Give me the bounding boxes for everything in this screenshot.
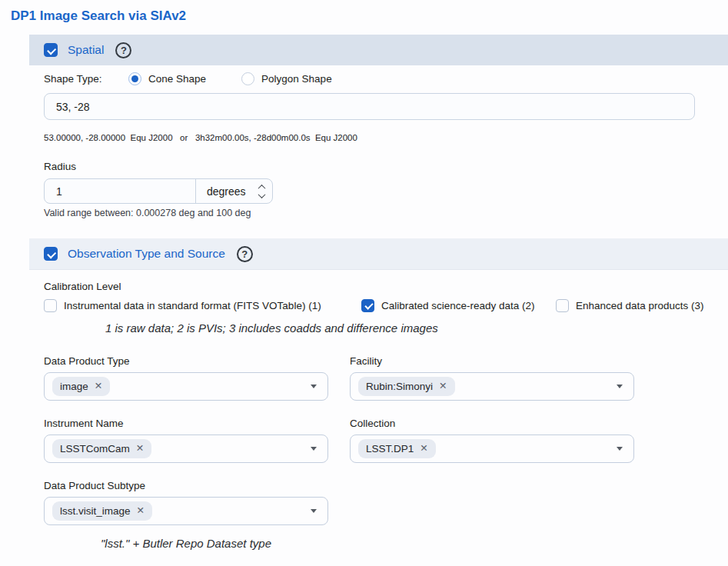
spatial-section-checkbox[interactable]: [44, 43, 58, 57]
chip-remove-icon[interactable]: ✕: [420, 444, 427, 454]
chip-remove-icon[interactable]: ✕: [439, 381, 447, 391]
spatial-section-content: Shape Type: Cone Shape Polygon Shape 53.…: [0, 72, 728, 218]
observation-section-header: Observation Type and Source ?: [29, 238, 728, 270]
chip-text: LSSTComCam: [60, 443, 130, 454]
instrument-name-chip: LSSTComCam ✕: [52, 439, 151, 458]
instrument-name-field: Instrument Name LSSTComCam ✕: [44, 418, 328, 463]
shape-type-row: Shape Type: Cone Shape Polygon Shape: [44, 72, 728, 85]
dropdown-caret-icon[interactable]: [311, 385, 317, 388]
data-product-type-label: Data Product Type: [44, 355, 328, 367]
data-product-subtype-field: Data Product Subtype lsst.visit_image ✕ …: [44, 480, 328, 550]
chip-remove-icon[interactable]: ✕: [136, 444, 144, 454]
data-product-subtype-chip: lsst.visit_image ✕: [52, 501, 152, 521]
chip-text: lsst.visit_image: [60, 505, 131, 517]
chevron-down-icon: [258, 191, 266, 198]
subtype-note: "lsst." + Butler Repo Dataset type: [44, 537, 328, 550]
data-product-subtype-label: Data Product Subtype: [44, 480, 328, 491]
spatial-section-header: Spatial ?: [29, 35, 728, 65]
data-product-subtype-combobox[interactable]: lsst.visit_image ✕: [44, 497, 328, 525]
facility-combobox[interactable]: Rubin:Simonyi ✕: [350, 372, 634, 401]
cone-shape-label: Cone Shape: [148, 73, 206, 85]
dropdown-caret-icon[interactable]: [617, 385, 623, 388]
observation-section-content: Calibration Level Instrumental data in s…: [0, 281, 728, 550]
chip-text: Rubin:Simonyi: [366, 381, 433, 392]
observation-fields-grid: Data Product Type image ✕ Facility Rubin…: [44, 355, 728, 550]
observation-help-icon[interactable]: ?: [237, 246, 253, 262]
calibration-option-2[interactable]: Calibrated science-ready data (2): [361, 299, 543, 312]
facility-label: Facility: [350, 355, 634, 367]
chip-remove-icon[interactable]: ✕: [95, 381, 102, 391]
radius-valid-range-hint: Valid range between: 0.000278 deg and 10…: [44, 208, 728, 218]
calibration-option-3[interactable]: Enhanced data products (3): [556, 299, 704, 312]
shape-type-label: Shape Type:: [44, 73, 128, 85]
spatial-section-title[interactable]: Spatial: [68, 43, 104, 57]
collection-field: Collection LSST.DP1 ✕: [350, 418, 634, 463]
chip-text: image: [60, 381, 88, 392]
facility-field: Facility Rubin:Simonyi ✕: [350, 355, 634, 401]
calibration-options-row: Instrumental data in standard format (FI…: [44, 299, 728, 312]
radius-input[interactable]: [45, 179, 195, 203]
collection-chip: LSST.DP1 ✕: [358, 439, 436, 458]
radius-label: Radius: [44, 161, 728, 172]
polygon-shape-label: Polygon Shape: [261, 73, 332, 85]
radius-unit-value: degrees: [207, 185, 253, 198]
collection-combobox[interactable]: LSST.DP1 ✕: [350, 434, 634, 463]
calibration-checkbox-2[interactable]: [361, 299, 374, 312]
calibration-label-1: Instrumental data in standard format (FI…: [64, 300, 321, 311]
radius-input-group: degrees: [44, 178, 273, 204]
observation-section-title[interactable]: Observation Type and Source: [68, 247, 225, 261]
unit-spinner-icon[interactable]: [259, 185, 264, 198]
calibration-option-1[interactable]: Instrumental data in standard format (FI…: [44, 299, 348, 312]
data-product-type-combobox[interactable]: image ✕: [44, 372, 328, 401]
spatial-help-icon[interactable]: ?: [115, 42, 131, 58]
calibration-label-2: Calibrated science-ready data (2): [381, 300, 535, 311]
dropdown-caret-icon[interactable]: [311, 447, 317, 451]
chip-remove-icon[interactable]: ✕: [137, 506, 145, 516]
data-product-type-field: Data Product Type image ✕: [44, 355, 328, 401]
polygon-shape-radio-option[interactable]: Polygon Shape: [241, 72, 332, 85]
coordinates-input[interactable]: [44, 93, 695, 120]
observation-section-checkbox[interactable]: [44, 247, 58, 261]
instrument-name-label: Instrument Name: [44, 418, 328, 429]
cone-shape-radio-option[interactable]: Cone Shape: [128, 72, 206, 85]
dropdown-caret-icon[interactable]: [617, 447, 623, 451]
calibration-checkbox-1[interactable]: [44, 299, 57, 312]
page-title: DP1 Image Search via SIAv2: [11, 8, 728, 24]
chip-text: LSST.DP1: [366, 443, 414, 454]
dropdown-caret-icon[interactable]: [311, 509, 317, 513]
coordinates-hint: 53.00000, -28.00000 Equ J2000 or 3h32m00…: [44, 133, 728, 142]
data-product-type-chip: image ✕: [52, 377, 110, 396]
calibration-checkbox-3[interactable]: [556, 299, 569, 312]
collection-label: Collection: [350, 418, 634, 429]
instrument-name-combobox[interactable]: LSSTComCam ✕: [44, 434, 328, 463]
polygon-shape-radio[interactable]: [241, 72, 254, 85]
radius-unit-select[interactable]: degrees: [195, 179, 272, 203]
calibration-level-label: Calibration Level: [44, 281, 728, 292]
cone-shape-radio[interactable]: [128, 72, 141, 85]
calibration-note: 1 is raw data; 2 is PVIs; 3 includes coa…: [105, 321, 728, 335]
calibration-label-3: Enhanced data products (3): [576, 300, 704, 311]
facility-chip: Rubin:Simonyi ✕: [358, 377, 455, 396]
